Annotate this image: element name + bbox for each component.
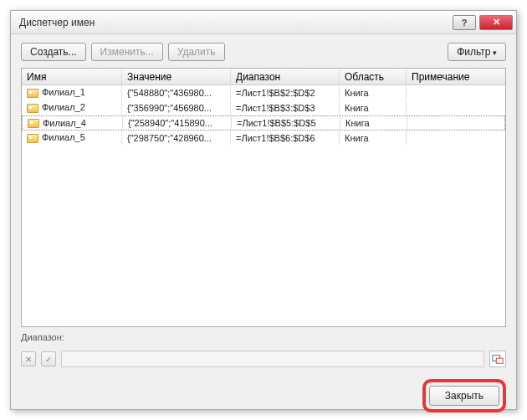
- table-row[interactable]: Филиал_4{"258940";"415890...=Лист1!$B$5:…: [22, 115, 505, 131]
- header-scope[interactable]: Область: [340, 69, 407, 85]
- table-row[interactable]: Филиал_5{"298750";"428960...=Лист1!$B$6:…: [22, 131, 505, 146]
- range-input[interactable]: [61, 351, 484, 367]
- name-icon: [27, 134, 38, 143]
- table-row[interactable]: Филиал_2{"356990";"456980...=Лист1!$B$3:…: [22, 100, 505, 115]
- dialog-title: Диспетчер имен: [19, 17, 453, 28]
- help-button[interactable]: ?: [453, 15, 476, 30]
- collapse-dialog-icon[interactable]: [489, 351, 506, 367]
- header-range[interactable]: Диапазон: [231, 69, 340, 85]
- delete-button: Удалить: [168, 43, 225, 61]
- cancel-edit-icon: ✕: [21, 351, 36, 366]
- toolbar: Создать... Изменить... Удалить Фильтр: [11, 34, 516, 68]
- name-icon: [28, 119, 39, 128]
- titlebar-controls: ? ✕: [453, 15, 513, 30]
- range-bar: ✕ ✓: [11, 344, 516, 372]
- name-icon: [27, 104, 38, 113]
- name-icon: [27, 89, 38, 98]
- header-value[interactable]: Значение: [122, 69, 231, 85]
- range-label: Диапазон:: [11, 332, 516, 342]
- list-body: Филиал_1{"548880";"436980...=Лист1!$B$2:…: [22, 85, 505, 146]
- edit-button: Изменить...: [91, 43, 163, 61]
- new-button[interactable]: Создать...: [21, 43, 86, 61]
- footer: Закрыть: [11, 372, 516, 419]
- window-close-button[interactable]: ✕: [479, 15, 513, 30]
- titlebar: Диспетчер имен ? ✕: [11, 11, 516, 34]
- filter-button[interactable]: Фильтр: [448, 43, 506, 61]
- header-name[interactable]: Имя: [22, 69, 122, 85]
- list-header[interactable]: Имя Значение Диапазон Область Примечание: [22, 69, 505, 85]
- header-comment[interactable]: Примечание: [407, 69, 505, 85]
- table-row[interactable]: Филиал_1{"548880";"436980...=Лист1!$B$2:…: [22, 85, 505, 100]
- close-highlight: Закрыть: [422, 379, 506, 412]
- names-list[interactable]: Имя Значение Диапазон Область Примечание…: [21, 68, 506, 327]
- close-button[interactable]: Закрыть: [429, 386, 499, 406]
- confirm-edit-icon: ✓: [41, 351, 56, 366]
- name-manager-dialog: Диспетчер имен ? ✕ Создать... Изменить..…: [10, 10, 517, 410]
- svg-rect-1: [496, 358, 503, 363]
